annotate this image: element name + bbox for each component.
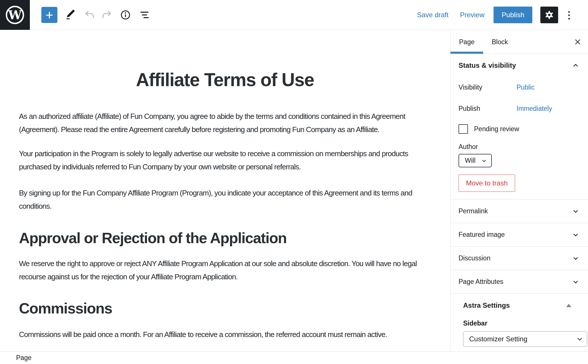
status-visibility-panel-toggle[interactable]: Status & visibility	[450, 54, 588, 77]
preview-button[interactable]: Preview	[460, 11, 484, 19]
publish-button[interactable]: Publish	[494, 7, 532, 23]
tab-block[interactable]: Block	[483, 30, 517, 54]
add-block-button[interactable]: +	[41, 7, 57, 23]
settings-button[interactable]	[540, 7, 558, 23]
post-title[interactable]: Affiliate Terms of Use	[19, 69, 431, 91]
chevron-down-icon	[571, 231, 580, 239]
paragraph-block[interactable]: As an authorized affiliate (Affiliate) o…	[19, 110, 431, 136]
details-button[interactable]	[119, 7, 132, 23]
heading-block[interactable]: Approval or Rejection of the Application	[19, 229, 431, 247]
author-label: Author	[459, 143, 580, 151]
paragraph-block[interactable]: By signing up for the Fun Company Affili…	[19, 186, 431, 213]
pencil-icon	[65, 9, 76, 21]
astra-sidebar-select-value: Customizer Setting	[469, 335, 527, 343]
sidebar-tabbar: Page Block	[450, 30, 588, 54]
paragraph-block[interactable]: We reserve the right to approve or rejec…	[19, 257, 431, 283]
permalink-panel-toggle[interactable]: Permalink	[450, 199, 588, 223]
wordpress-logo-button[interactable]: W	[0, 0, 30, 30]
move-to-trash-button[interactable]: Move to trash	[459, 175, 515, 192]
breadcrumb-bar: Page	[0, 351, 588, 364]
astra-settings-panel: Astra Settings Sidebar Customizer Settin…	[450, 293, 588, 347]
panel-title: Astra Settings	[463, 301, 510, 309]
paragraph-block[interactable]: Commissions will be paid once a month. F…	[19, 328, 431, 341]
triangle-up-icon	[566, 304, 571, 307]
panel-title: Page Attributes	[459, 278, 503, 286]
visibility-label: Visibility	[459, 84, 517, 91]
pending-review-checkbox[interactable]	[459, 124, 468, 134]
wordpress-logo-icon: W	[6, 6, 24, 24]
astra-sidebar-label: Sidebar	[463, 320, 587, 327]
visibility-value-button[interactable]: Public	[517, 84, 535, 91]
chevron-down-icon	[571, 254, 580, 263]
redo-button[interactable]	[100, 7, 114, 23]
breadcrumb: Page	[16, 354, 32, 362]
visibility-row: Visibility Public	[459, 84, 580, 91]
status-visibility-panel-body: Visibility Public Publish Immediately Pe…	[450, 84, 588, 199]
plus-icon: +	[46, 8, 53, 22]
pending-review-row: Pending review	[459, 124, 580, 134]
page-attributes-panel-toggle[interactable]: Page Attributes	[450, 270, 588, 293]
astra-sidebar-select[interactable]: Customizer Setting	[463, 331, 587, 347]
publish-label: Publish	[459, 105, 517, 113]
editor-header: W +	[0, 0, 588, 30]
save-draft-button[interactable]: Save draft	[417, 11, 448, 19]
editor-canvas: Affiliate Terms of Use As an authorized …	[0, 30, 450, 351]
redo-icon	[101, 9, 113, 21]
gear-icon	[544, 9, 555, 20]
ellipsis-vertical-icon: ⋮	[564, 9, 574, 20]
chevron-down-icon	[481, 158, 487, 164]
tabbar-spacer	[517, 30, 567, 54]
tab-page[interactable]: Page	[450, 30, 483, 54]
header-toolbar-left: +	[30, 7, 151, 23]
author-select[interactable]: Will	[459, 154, 492, 167]
settings-sidebar: Page Block Status & visibility Vis	[450, 30, 588, 351]
edit-tool-button[interactable]	[64, 7, 77, 23]
post-body: Affiliate Terms of Use As an authorized …	[0, 69, 450, 341]
chevron-down-icon	[571, 278, 580, 286]
close-icon	[573, 38, 582, 46]
chevron-up-icon	[571, 61, 580, 70]
heading-block[interactable]: Commissions	[19, 300, 431, 317]
paragraph-block[interactable]: Your participation in the Program is sol…	[19, 147, 431, 173]
undo-button[interactable]	[83, 7, 96, 23]
panel-title: Permalink	[459, 207, 488, 215]
wordpress-block-editor: W +	[0, 0, 588, 364]
author-select-value: Will	[465, 157, 475, 164]
list-view-icon	[139, 9, 150, 21]
publish-value-button[interactable]: Immediately	[517, 105, 552, 113]
more-options-button[interactable]: ⋮	[563, 7, 575, 23]
panel-title: Featured image	[459, 231, 505, 239]
publish-row: Publish Immediately	[459, 105, 580, 113]
discussion-panel-toggle[interactable]: Discussion	[450, 246, 588, 270]
chevron-down-icon	[571, 207, 580, 216]
featured-image-panel-toggle[interactable]: Featured image	[450, 223, 588, 246]
header-toolbar-right: Save draft Preview Publish	[417, 7, 575, 23]
close-sidebar-button[interactable]	[567, 30, 588, 54]
chevron-down-icon	[576, 335, 583, 343]
list-view-button[interactable]	[138, 7, 151, 23]
undo-icon	[84, 9, 95, 21]
pending-review-label: Pending review	[474, 125, 519, 133]
info-icon	[120, 9, 131, 21]
astra-settings-panel-toggle[interactable]: Astra Settings	[463, 294, 587, 317]
panel-title: Status & visibility	[459, 61, 516, 69]
panel-title: Discussion	[459, 254, 490, 262]
